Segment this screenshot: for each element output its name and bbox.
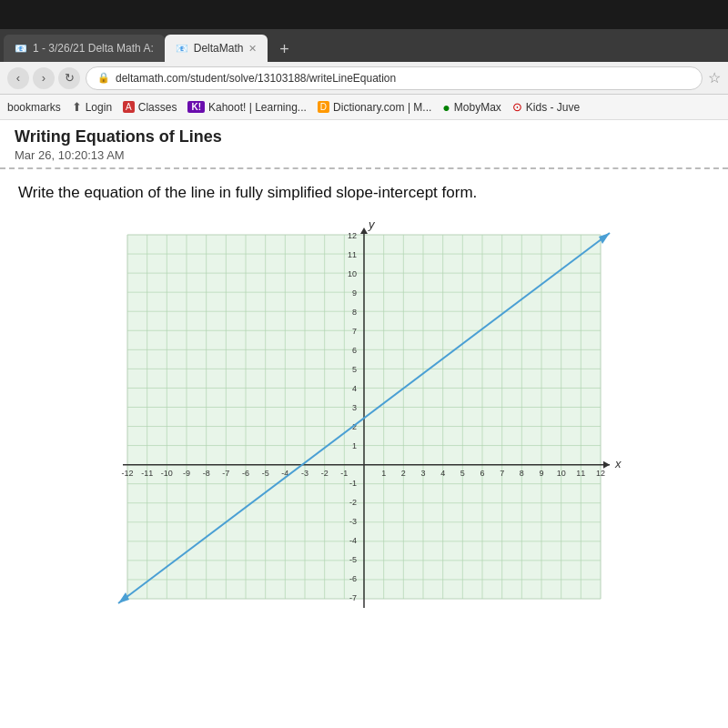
dictionary-icon: D xyxy=(318,101,329,113)
svg-text:4: 4 xyxy=(440,469,445,478)
svg-text:8: 8 xyxy=(352,308,357,317)
svg-text:-6: -6 xyxy=(242,469,249,478)
bookmarks-label: bookmarks xyxy=(7,101,61,114)
mobymax-icon: ● xyxy=(442,100,450,115)
svg-text:-2: -2 xyxy=(349,498,357,507)
svg-text:-11: -11 xyxy=(141,469,153,478)
tab-label-2: DeltaMath xyxy=(194,42,244,55)
forward-button[interactable]: › xyxy=(33,67,55,89)
y-axis-label: y xyxy=(368,217,376,231)
url-text: deltamath.com/student/solve/13103188/wri… xyxy=(116,72,396,85)
login-label: Login xyxy=(86,101,112,114)
main-content: Writing Equations of Lines Mar 26, 10:20… xyxy=(0,120,728,728)
svg-text:9: 9 xyxy=(539,469,543,478)
bookmark-star-icon[interactable]: ☆ xyxy=(708,69,721,86)
x-axis-label: x xyxy=(614,457,622,470)
classes-label: Classes xyxy=(138,101,177,114)
svg-text:7: 7 xyxy=(500,469,504,478)
svg-text:-12: -12 xyxy=(121,469,133,478)
page-subtitle: Mar 26, 10:20:13 AM xyxy=(15,148,713,162)
address-bar: ‹ › ↻ 🔒 deltamath.com/student/solve/1310… xyxy=(0,62,728,95)
svg-text:-9: -9 xyxy=(183,469,190,478)
bookmark-classes[interactable]: A Classes xyxy=(123,101,177,114)
kids-label: Kids - Juve xyxy=(526,101,580,114)
nav-buttons: ‹ › ↻ xyxy=(7,67,80,89)
refresh-button[interactable]: ↻ xyxy=(58,67,80,89)
bookmark-kids[interactable]: ⊙ Kids - Juve xyxy=(512,100,580,114)
svg-text:-5: -5 xyxy=(349,555,357,564)
dictionary-label: Dictionary.com | M... xyxy=(333,101,431,114)
tab-label-1: 1 - 3/26/21 Delta Math A: xyxy=(33,42,154,55)
svg-text:-2: -2 xyxy=(321,469,329,478)
top-bar xyxy=(0,0,728,29)
tab-deltamath-assignment[interactable]: 📧 1 - 3/26/21 Delta Math A: xyxy=(4,35,165,62)
svg-text:3: 3 xyxy=(352,403,357,412)
svg-text:-3: -3 xyxy=(301,469,308,478)
bookmark-mobymax[interactable]: ● MobyMax xyxy=(442,100,500,115)
svg-text:-7: -7 xyxy=(222,469,229,478)
tab-bar: 📧 1 - 3/26/21 Delta Math A: 📧 DeltaMath … xyxy=(0,29,728,62)
kahoot-icon: K! xyxy=(187,101,205,113)
page-header: Writing Equations of Lines Mar 26, 10:20… xyxy=(0,120,728,169)
y-axis-arrow xyxy=(360,228,368,234)
svg-text:-4: -4 xyxy=(349,536,357,545)
tab-close-button[interactable]: ✕ xyxy=(248,43,257,55)
svg-text:3: 3 xyxy=(420,469,425,478)
bookmark-bookmarks[interactable]: bookmarks xyxy=(7,101,61,114)
svg-text:-5: -5 xyxy=(262,469,269,478)
bookmark-dictionary[interactable]: D Dictionary.com | M... xyxy=(318,101,431,114)
coordinate-graph: x y -12 -11 -10 -9 -8 -7 -6 -5 -4 -3 -2 … xyxy=(73,217,655,653)
svg-text:9: 9 xyxy=(352,288,357,298)
tab-favicon-2: 📧 xyxy=(176,43,188,55)
tab-deltamath[interactable]: 📧 DeltaMath ✕ xyxy=(165,35,268,62)
svg-text:8: 8 xyxy=(520,469,524,478)
svg-text:-8: -8 xyxy=(203,469,210,478)
address-input[interactable]: 🔒 deltamath.com/student/solve/13103188/w… xyxy=(86,66,703,90)
svg-text:5: 5 xyxy=(352,365,357,374)
svg-text:-3: -3 xyxy=(349,517,357,526)
svg-text:7: 7 xyxy=(352,327,357,336)
problem-area: Write the equation of the line in fully … xyxy=(0,169,728,661)
svg-text:10: 10 xyxy=(557,469,566,478)
classes-icon: A xyxy=(123,101,135,113)
svg-text:-7: -7 xyxy=(349,593,357,602)
svg-text:1: 1 xyxy=(352,441,357,450)
svg-text:12: 12 xyxy=(596,469,605,478)
svg-text:4: 4 xyxy=(352,384,357,393)
svg-text:5: 5 xyxy=(460,469,465,478)
svg-text:-6: -6 xyxy=(349,574,357,583)
mobymax-label: MobyMax xyxy=(454,101,501,114)
back-button[interactable]: ‹ xyxy=(7,67,29,89)
kids-icon: ⊙ xyxy=(512,100,522,114)
x-axis-arrow xyxy=(603,461,610,469)
svg-text:11: 11 xyxy=(348,250,357,259)
tab-favicon-1: 📧 xyxy=(15,43,27,55)
svg-text:-1: -1 xyxy=(340,469,348,478)
bookmarks-bar: bookmarks ⬆ Login A Classes K! Kahoot! |… xyxy=(0,95,728,120)
bookmark-login[interactable]: ⬆ Login xyxy=(72,100,112,114)
login-icon: ⬆ xyxy=(72,100,82,114)
svg-text:2: 2 xyxy=(401,469,406,478)
lock-icon: 🔒 xyxy=(97,72,110,84)
new-tab-button[interactable]: + xyxy=(271,36,297,62)
problem-text: Write the equation of the line in fully … xyxy=(18,184,710,202)
svg-text:10: 10 xyxy=(348,269,357,278)
svg-text:12: 12 xyxy=(348,231,357,240)
kahoot-label: Kahoot! | Learning... xyxy=(208,101,307,114)
svg-text:6: 6 xyxy=(480,469,484,478)
svg-text:-10: -10 xyxy=(161,469,173,478)
svg-text:11: 11 xyxy=(576,469,585,478)
bookmark-kahoot[interactable]: K! Kahoot! | Learning... xyxy=(187,101,306,114)
svg-text:1: 1 xyxy=(381,469,386,478)
svg-text:6: 6 xyxy=(352,346,357,355)
page-title: Writing Equations of Lines xyxy=(15,127,713,147)
svg-text:-1: -1 xyxy=(349,479,357,488)
graph-container: x y -12 -11 -10 -9 -8 -7 -6 -5 -4 -3 -2 … xyxy=(18,217,710,653)
